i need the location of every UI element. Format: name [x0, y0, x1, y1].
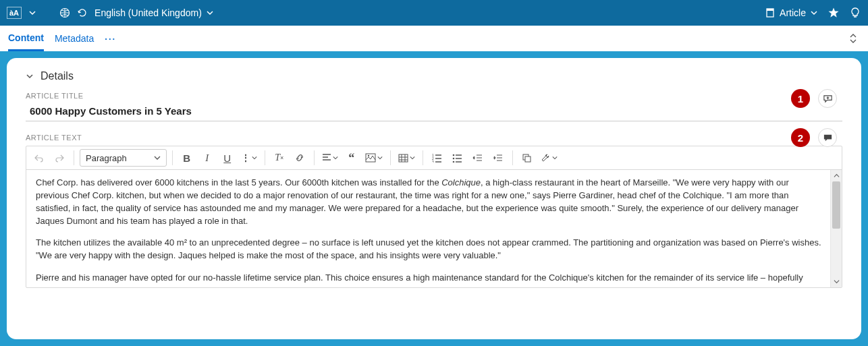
content-outer: Details 1 ARTICLE TITLE 2 ARTICLE TEXT — [0, 51, 868, 346]
comment-button[interactable] — [818, 128, 837, 147]
tab-metadata[interactable]: Metadata — [55, 26, 94, 51]
document-icon — [765, 7, 776, 18]
article-type-label: Article — [780, 7, 806, 18]
chevron-down-icon[interactable] — [28, 9, 36, 17]
svg-rect-5 — [399, 154, 408, 162]
expand-collapse-toggle[interactable] — [846, 32, 860, 45]
paragraph-style-select[interactable]: Paragraph — [80, 149, 167, 167]
top-toolbar: àA English (United Kingdom) Article — [0, 0, 868, 26]
language-label: English (United Kingdom) — [94, 7, 202, 18]
text: Chef Corp. has delivered over 6000 kitch… — [36, 177, 441, 188]
tab-more[interactable]: ··· — [105, 34, 116, 44]
article-title-input[interactable] — [26, 103, 842, 121]
add-comment-button[interactable] — [818, 89, 837, 108]
tab-bar: Content Metadata ··· — [0, 26, 868, 51]
language-selector[interactable]: English (United Kingdom) — [94, 7, 214, 18]
table-button[interactable] — [396, 149, 417, 167]
svg-point-10 — [453, 157, 455, 159]
globe-icon[interactable] — [59, 7, 70, 18]
underline-button[interactable]: U — [219, 149, 236, 167]
annotation-badge-1: 1 — [791, 89, 810, 108]
copy-button[interactable] — [518, 149, 536, 167]
clear-format-button[interactable]: T× — [271, 149, 288, 167]
scroll-thumb[interactable] — [832, 181, 840, 229]
text-italic: Colchique — [441, 177, 481, 188]
svg-point-11 — [453, 161, 455, 162]
text: The kitchen utilizes the available 40 m²… — [36, 237, 824, 262]
scroll-down-arrow[interactable] — [831, 276, 842, 287]
editor-body: Chef Corp. has delivered over 6000 kitch… — [26, 170, 842, 287]
star-icon[interactable] — [828, 7, 840, 19]
text-case-icon[interactable]: àA — [7, 7, 22, 19]
svg-rect-2 — [767, 9, 774, 11]
vertical-scrollbar[interactable] — [830, 170, 842, 287]
undo-button[interactable] — [30, 149, 48, 167]
tools-button[interactable] — [539, 149, 560, 167]
numbered-list-button[interactable]: 123 — [429, 149, 446, 167]
article-text-label: ARTICLE TEXT — [26, 134, 842, 142]
italic-button[interactable]: I — [198, 149, 216, 167]
redo-button[interactable] — [51, 149, 68, 167]
scroll-up-arrow[interactable] — [831, 170, 842, 181]
lightbulb-icon[interactable] — [849, 7, 861, 19]
svg-rect-13 — [525, 156, 531, 162]
rich-text-editor: Paragraph B I U ⋮ T× “ 123 — [26, 146, 842, 288]
details-section-header[interactable]: Details — [26, 70, 842, 82]
article-title-field: 1 ARTICLE TITLE — [26, 92, 842, 121]
tab-content[interactable]: Content — [8, 26, 44, 51]
editor-toolbar: Paragraph B I U ⋮ T× “ 123 — [26, 146, 842, 170]
bold-button[interactable]: B — [178, 149, 196, 167]
content-panel: Details 1 ARTICLE TITLE 2 ARTICLE TEXT — [7, 58, 861, 339]
svg-point-9 — [453, 154, 455, 156]
article-text-field: 2 ARTICLE TEXT — [26, 134, 842, 142]
article-title-label: ARTICLE TITLE — [26, 92, 842, 100]
more-format-button[interactable]: ⋮ — [239, 149, 259, 167]
svg-text:3: 3 — [432, 160, 434, 163]
refresh-icon[interactable] — [77, 7, 88, 18]
annotation-badge-2: 2 — [791, 128, 810, 147]
bullet-list-button[interactable] — [449, 149, 466, 167]
outdent-button[interactable] — [469, 149, 487, 167]
align-button[interactable] — [320, 149, 340, 167]
details-heading: Details — [40, 70, 74, 82]
article-type-selector[interactable]: Article — [765, 7, 818, 18]
paragraph-style-label: Paragraph — [86, 153, 127, 163]
blockquote-button[interactable]: “ — [343, 149, 360, 167]
editor-content[interactable]: Chef Corp. has delivered over 6000 kitch… — [26, 170, 842, 287]
svg-point-4 — [368, 155, 369, 156]
indent-button[interactable] — [489, 149, 507, 167]
scroll-track[interactable] — [831, 181, 842, 276]
text: Pierre and his manager have opted for ou… — [36, 272, 824, 287]
chevron-down-icon — [26, 72, 34, 80]
insert-image-button[interactable] — [363, 149, 385, 167]
link-button[interactable] — [291, 149, 308, 167]
